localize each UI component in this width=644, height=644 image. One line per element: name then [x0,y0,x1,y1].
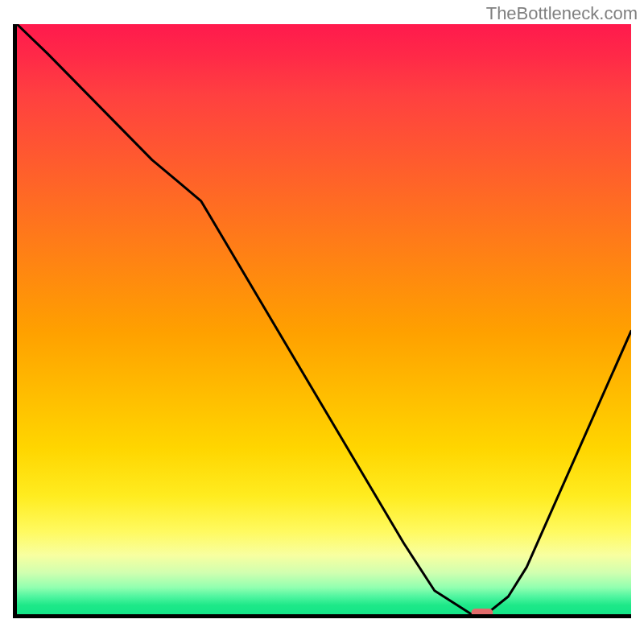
plot-area [13,24,631,618]
curve-svg [17,24,631,614]
chart-container: TheBottleneck.com [0,0,644,644]
curve-marker [472,609,493,614]
bottleneck-curve [17,24,631,614]
watermark-text: TheBottleneck.com [486,3,638,24]
